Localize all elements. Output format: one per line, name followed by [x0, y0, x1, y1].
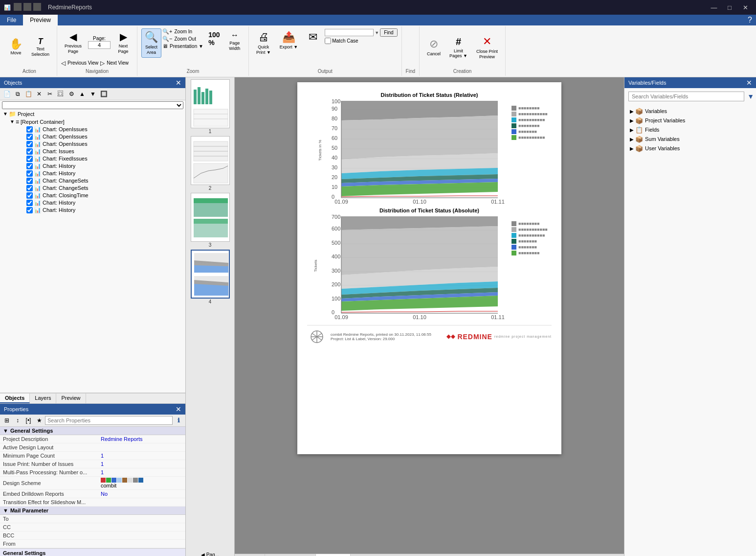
tree-item-chart[interactable]: 📊 Chart: ChangeSets	[0, 177, 185, 185]
var-toggle[interactable]: ▶	[628, 118, 635, 123]
prop-expr-btn[interactable]: [•]	[23, 416, 33, 425]
up-btn[interactable]: ▲	[77, 89, 87, 99]
tree-item-chart[interactable]: 📊 Chart: History	[0, 170, 185, 177]
chart-checkbox[interactable]	[26, 192, 33, 199]
cancel-btn[interactable]: ⊘ Cancel	[423, 35, 444, 59]
copy-btn[interactable]: ⧉	[13, 89, 22, 99]
chart-checkbox[interactable]	[26, 200, 33, 206]
preview-tab-layout[interactable]: Layout	[235, 554, 265, 556]
new-obj-btn[interactable]: 📄	[2, 89, 12, 99]
var-toggle[interactable]: ▶	[628, 127, 635, 133]
chart-checkbox[interactable]	[26, 148, 33, 155]
clone-btn[interactable]: ⿴	[56, 89, 66, 99]
thumb-1[interactable]: 1	[191, 79, 230, 134]
thumb-2[interactable]: 2	[191, 136, 230, 191]
mail-param-header[interactable]: ▼ Mail Parameter	[0, 507, 185, 515]
chart-checkbox[interactable]	[26, 134, 33, 140]
limit-pages-btn[interactable]: # LimitPages ▼	[446, 34, 471, 62]
thumb-scroll-prev[interactable]: ◀ Pag...	[201, 552, 219, 556]
maximize-btn[interactable]: □	[723, 2, 736, 12]
down-btn[interactable]: ▼	[88, 89, 98, 99]
select-area-btn[interactable]: 🔍 SelectArea	[141, 28, 161, 58]
page-input[interactable]	[88, 41, 111, 49]
next-view-label[interactable]: Next View	[107, 60, 129, 66]
objects-close-btn[interactable]: ✕	[176, 79, 181, 87]
chart-checkbox[interactable]	[26, 156, 33, 162]
chart-checkbox[interactable]	[26, 178, 33, 184]
variables-search-input[interactable]	[628, 92, 744, 101]
preview-tab-layout-preview[interactable]: Layout Preview	[265, 554, 316, 556]
var-toggle[interactable]: ▶	[628, 109, 635, 114]
props-btn[interactable]: ⚙	[67, 89, 76, 99]
quick-print-btn[interactable]: 🖨 QuickPrint ▼	[253, 28, 274, 58]
save-btn[interactable]	[33, 3, 41, 11]
tab-objects[interactable]: Objects	[0, 394, 30, 403]
tab-preview-obj[interactable]: Preview	[56, 394, 86, 403]
tree-item-chart[interactable]: 📊 Chart: FixedIssues	[0, 155, 185, 162]
minimize-btn[interactable]: —	[707, 2, 721, 12]
thumb-3[interactable]: 3	[191, 193, 230, 248]
general-settings-header[interactable]: ▼ General Settings	[0, 427, 185, 435]
container-toggle[interactable]: ▼	[9, 119, 16, 124]
close-print-btn[interactable]: ✕ Close PrintPreview	[473, 33, 501, 62]
chart-checkbox[interactable]	[26, 170, 33, 177]
chart-checkbox[interactable]	[26, 185, 33, 191]
back-btn[interactable]	[14, 3, 22, 11]
tree-item-project[interactable]: ▼ 📁 Project	[0, 110, 185, 118]
tree-item-chart[interactable]: 📊 Chart: OpenIssues	[0, 140, 185, 148]
properties-close-btn[interactable]: ✕	[176, 405, 181, 413]
ribbon-help-btn[interactable]: ?	[744, 15, 756, 25]
forward-btn[interactable]	[23, 3, 31, 11]
export-btn[interactable]: 📤 Export ▼	[276, 28, 301, 52]
delete-btn[interactable]: ✕	[34, 89, 44, 99]
tab-layers[interactable]: Layers	[30, 394, 56, 403]
prop-info-btn[interactable]: ℹ	[174, 416, 183, 425]
find-btn[interactable]: Find	[380, 28, 397, 37]
email-btn[interactable]: ✉	[303, 28, 323, 46]
tree-item-chart[interactable]: 📊 Chart: ChangeSets	[0, 185, 185, 192]
paste-btn[interactable]: 📋	[23, 89, 33, 99]
match-case-checkbox[interactable]	[325, 38, 331, 44]
ribbon-tab-preview[interactable]: Preview	[23, 15, 58, 25]
prev-page-btn[interactable]: ◀ PreviousPage	[61, 28, 85, 57]
tree-item-chart[interactable]: 📊 Chart: OpenIssues	[0, 133, 185, 140]
filter-btn[interactable]: 🔲	[99, 89, 109, 99]
text-selection-btn[interactable]: T TextSelection	[28, 35, 53, 60]
next-view-icon[interactable]: ▷	[100, 60, 105, 67]
prop-search-input[interactable]	[45, 416, 173, 425]
var-toggle[interactable]: ▶	[628, 137, 635, 142]
project-toggle[interactable]: ▼	[2, 111, 9, 116]
tree-item-chart[interactable]: 📊 Chart: History	[0, 199, 185, 207]
tree-item-chart[interactable]: 📊 Chart: ClosingTime	[0, 192, 185, 199]
zoom-in-btn[interactable]: 🔍+ Zoom In	[162, 28, 203, 35]
var-tree-item[interactable]: ▶ 📋 Fields	[626, 125, 754, 135]
find-input[interactable]	[325, 29, 374, 36]
var-tree-item[interactable]: ▶ 📦 User Variables	[626, 144, 754, 153]
cut-btn[interactable]: ✂	[45, 89, 55, 99]
prop-star-btn[interactable]: ★	[34, 416, 44, 425]
chart-checkbox[interactable]	[26, 126, 33, 133]
chart-checkbox[interactable]	[26, 141, 33, 147]
next-page-btn[interactable]: ▶ NextPage	[113, 28, 133, 57]
var-toggle[interactable]: ▶	[628, 146, 635, 151]
variables-filter-icon[interactable]: ▼	[747, 93, 754, 100]
zoom-out-btn[interactable]: 🔍− Zoom Out	[162, 36, 203, 42]
preview-tab-preview[interactable]: Preview	[316, 554, 351, 556]
ribbon-tab-file[interactable]: File	[0, 15, 23, 25]
thumb-4[interactable]: 4	[191, 250, 230, 304]
find-dropdown-icon[interactable]: ▼	[375, 30, 379, 35]
chart-checkbox[interactable]	[26, 207, 33, 213]
zoom-percent-btn[interactable]: 100%	[204, 28, 224, 49]
var-tree-item[interactable]: ▶ 📦 Project Variables	[626, 116, 754, 125]
tree-item-chart[interactable]: 📊 Chart: History	[0, 207, 185, 214]
chart-checkbox[interactable]	[26, 163, 33, 169]
tree-item-chart[interactable]: 📊 Chart: History	[0, 162, 185, 170]
close-btn[interactable]: ✕	[738, 2, 752, 12]
prev-view-icon[interactable]: ◁	[61, 60, 66, 67]
tree-item-chart[interactable]: 📊 Chart: Issues	[0, 148, 185, 155]
presentation-btn[interactable]: 🖥 Presentation ▼	[162, 43, 203, 49]
prop-grid-btn[interactable]: ⊞	[2, 416, 12, 425]
var-tree-item[interactable]: ▶ 📦 Variables	[626, 107, 754, 116]
objects-layer-select[interactable]	[2, 101, 183, 109]
variables-close-btn[interactable]: ✕	[746, 79, 752, 87]
